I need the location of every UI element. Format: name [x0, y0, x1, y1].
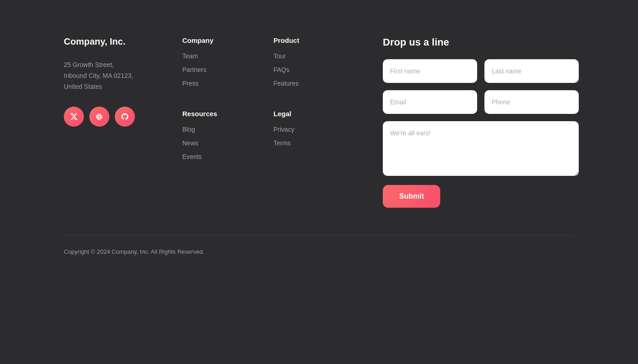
nav-link-tour[interactable]: Tour: [273, 52, 346, 60]
nav-link-partners[interactable]: Partners: [182, 66, 255, 73]
resources-nav-section: Resources Blog News Events: [182, 110, 255, 167]
product-nav-section: Product Tour FAQs Features: [273, 36, 346, 93]
nav-link-privacy[interactable]: Privacy: [273, 126, 346, 133]
legal-nav-section: Legal Privacy Terms: [273, 110, 346, 153]
slack-icon[interactable]: [89, 107, 109, 127]
nav-link-features[interactable]: Features: [273, 80, 346, 87]
company-nav-heading: Company: [182, 36, 255, 44]
brand-name: Company, Inc.: [64, 36, 164, 47]
last-name-input[interactable]: [484, 59, 579, 83]
nav-link-news[interactable]: News: [182, 139, 255, 147]
form-name-row: [383, 59, 579, 83]
brand-address: 25 Growth Street, Inbound City, MA 02123…: [64, 60, 164, 92]
nav-link-press[interactable]: Press: [182, 80, 255, 87]
first-name-input[interactable]: [383, 59, 477, 83]
company-nav-section: Company Team Partners Press: [182, 36, 255, 93]
github-icon[interactable]: [115, 107, 135, 127]
email-input[interactable]: [383, 90, 477, 114]
nav-link-events[interactable]: Events: [182, 153, 255, 160]
address-line2: Inbound City, MA 02123,: [64, 72, 133, 79]
resources-nav-heading: Resources: [182, 110, 255, 118]
contact-form-column: Drop us a line Submit: [365, 36, 579, 208]
copyright-text: Copyright © 2024 Company, Inc. All Right…: [64, 248, 204, 255]
phone-input[interactable]: [484, 90, 579, 114]
submit-button[interactable]: Submit: [383, 185, 440, 208]
footer-main: Company, Inc. 25 Growth Street, Inbound …: [0, 0, 638, 235]
address-line1: 25 Growth Street,: [64, 61, 114, 68]
form-contact-row: [383, 90, 579, 114]
nav-link-terms[interactable]: Terms: [273, 139, 346, 147]
message-textarea[interactable]: [383, 121, 579, 176]
brand-column: Company, Inc. 25 Growth Street, Inbound …: [64, 36, 164, 208]
social-icons: [64, 107, 164, 127]
product-nav-heading: Product: [273, 36, 346, 44]
twitter-icon[interactable]: [64, 107, 84, 127]
nav-link-faqs[interactable]: FAQs: [273, 66, 346, 73]
form-heading: Drop us a line: [383, 36, 579, 48]
nav-link-blog[interactable]: Blog: [182, 126, 255, 133]
nav-link-team[interactable]: Team: [182, 52, 255, 60]
address-line3: United States: [64, 83, 102, 90]
product-nav-column: Product Tour FAQs Features Legal Privacy…: [273, 36, 346, 208]
company-nav-column: Company Team Partners Press Resources Bl…: [182, 36, 255, 208]
legal-nav-heading: Legal: [273, 110, 346, 118]
footer-bottom: Copyright © 2024 Company, Inc. All Right…: [0, 236, 638, 268]
